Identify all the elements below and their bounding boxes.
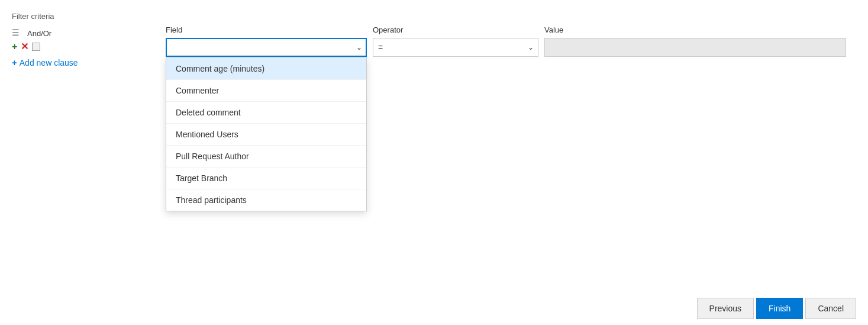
- dropdown-item-pull-request-author[interactable]: Pull Request Author: [166, 146, 366, 168]
- filter-controls-left: ☰ And/Or + ✕ + Add new clause: [12, 25, 166, 67]
- add-icon[interactable]: +: [12, 42, 17, 52]
- andor-label: And/Or: [27, 29, 51, 38]
- column-headers: Field Operator Value: [166, 25, 856, 34]
- operator-dropdown[interactable]: =: [373, 38, 538, 57]
- action-icons-row: + ✕: [12, 42, 40, 52]
- previous-button[interactable]: Previous: [697, 298, 754, 319]
- field-row: ⌄ Comment age (minutes) Commenter Delete…: [166, 38, 856, 57]
- page-container: Filter criteria ☰ And/Or + ✕ + Add new c…: [0, 0, 868, 325]
- bottom-buttons: Previous Finish Cancel: [697, 298, 856, 319]
- add-clause-label: Add new clause: [20, 58, 78, 67]
- filter-criteria-section: Filter criteria ☰ And/Or + ✕ + Add new c…: [12, 12, 856, 67]
- dropdown-item-comment-age[interactable]: Comment age (minutes): [166, 58, 366, 80]
- value-input-wrapper: [544, 38, 846, 57]
- field-column-header: Field: [166, 25, 367, 34]
- dropdown-item-target-branch[interactable]: Target Branch: [166, 168, 366, 189]
- field-dropdown-wrapper: ⌄ Comment age (minutes) Commenter Delete…: [166, 38, 367, 57]
- list-icon: ☰: [12, 28, 22, 38]
- cancel-button[interactable]: Cancel: [805, 298, 856, 319]
- dropdown-item-commenter[interactable]: Commenter: [166, 80, 366, 102]
- operator-dropdown-wrapper: = ⌄: [373, 38, 538, 57]
- filter-row: ☰ And/Or + ✕ + Add new clause Field Oper…: [12, 25, 856, 67]
- filter-criteria-label: Filter criteria: [12, 12, 856, 21]
- operator-column-header: Operator: [373, 25, 538, 34]
- add-clause-link[interactable]: + Add new clause: [12, 57, 78, 67]
- field-dropdown[interactable]: [166, 38, 367, 57]
- fields-area: Field Operator Value ⌄ Comment age (minu…: [166, 25, 856, 57]
- dropdown-item-mentioned-users[interactable]: Mentioned Users: [166, 124, 366, 146]
- field-dropdown-menu: Comment age (minutes) Commenter Deleted …: [166, 57, 367, 211]
- value-input[interactable]: [544, 38, 846, 57]
- add-clause-plus-icon: +: [12, 57, 17, 67]
- finish-button[interactable]: Finish: [756, 298, 803, 319]
- value-column-header: Value: [544, 25, 846, 34]
- remove-icon[interactable]: ✕: [21, 42, 28, 52]
- dropdown-item-thread-participants[interactable]: Thread participants: [166, 189, 366, 211]
- andor-row: ☰ And/Or: [12, 28, 51, 38]
- dropdown-item-deleted-comment[interactable]: Deleted comment: [166, 102, 366, 124]
- row-checkbox[interactable]: [32, 43, 40, 51]
